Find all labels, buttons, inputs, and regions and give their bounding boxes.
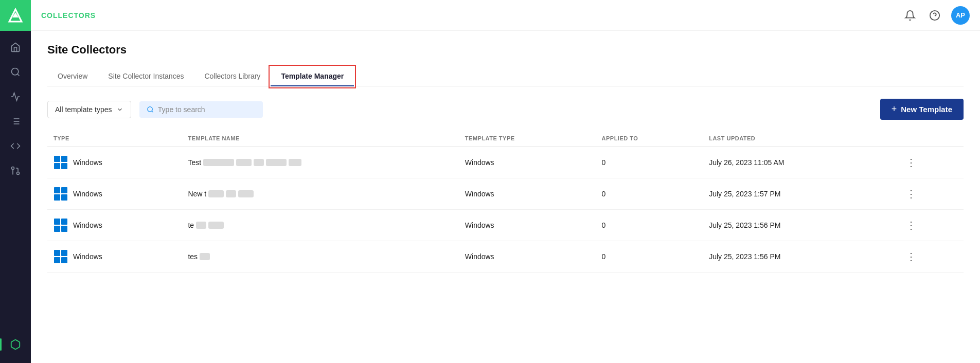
type-label: Windows [73,221,102,229]
notification-icon[interactable] [902,7,918,24]
table-row: WindowsteWindows0July 25, 2023 1:56 PM⋮ [47,210,964,241]
tab-collectors-library[interactable]: Collectors Library [194,67,271,86]
page-content: Site Collectors Overview Site Collector … [31,31,980,363]
cell-type: Windows [47,147,182,178]
tab-overview[interactable]: Overview [47,67,98,86]
cell-last-updated: July 25, 2023 1:57 PM [703,178,896,210]
cell-applied-to: 0 [596,241,703,273]
svg-rect-18 [61,156,67,162]
cell-applied-to: 0 [596,178,703,210]
svg-point-2 [12,68,19,75]
nav-activity-icon[interactable] [5,86,26,107]
cell-template-name: Test [182,147,458,178]
svg-rect-21 [54,187,60,193]
search-icon [147,105,154,114]
header-icons: AP [902,6,970,25]
more-actions-button[interactable]: ⋮ [902,248,920,265]
nav-branch-icon[interactable] [5,160,26,181]
col-last-updated: LAST UPDATED [703,130,896,147]
svg-rect-25 [54,219,60,225]
navigation-bar [0,0,31,363]
cell-more-actions: ⋮ [896,147,964,178]
cell-more-actions: ⋮ [896,241,964,273]
svg-rect-22 [61,187,67,193]
top-header: COLLECTORS AP [31,0,980,31]
table-row: WindowsTestWindows0July 26, 2023 11:05 A… [47,147,964,178]
avatar[interactable]: AP [951,6,970,25]
svg-rect-27 [54,226,60,232]
new-template-label: New Template [901,105,952,114]
svg-rect-20 [61,163,67,169]
nav-bottom [5,332,26,363]
new-template-button[interactable]: + New Template [880,99,964,120]
cell-type: Windows [47,241,182,273]
svg-line-3 [17,74,20,76]
svg-point-15 [147,106,152,112]
cell-type: Windows [47,210,182,241]
cell-template-name: New t [182,178,458,210]
tabs-container: Overview Site Collector Instances Collec… [47,67,964,86]
nav-list-icon[interactable] [5,111,26,132]
cell-last-updated: July 26, 2023 11:05 AM [703,147,896,178]
col-template-name: TEMPLATE NAME [182,130,458,147]
filter-dropdown[interactable]: All template types [47,101,131,118]
templates-table: TYPE TEMPLATE NAME TEMPLATE TYPE APPLIED… [47,130,964,273]
plus-icon: + [892,104,897,115]
svg-line-16 [151,111,153,112]
more-actions-button[interactable]: ⋮ [902,217,920,233]
cell-template-name: tes [182,241,458,273]
table-row: WindowsNew tWindows0July 25, 2023 1:57 P… [47,178,964,210]
svg-rect-30 [61,250,67,256]
svg-point-11 [12,167,14,170]
cell-template-name: te [182,210,458,241]
svg-rect-24 [61,194,67,201]
cell-more-actions: ⋮ [896,178,964,210]
help-icon[interactable] [926,7,943,24]
cell-type: Windows [47,178,182,210]
cell-more-actions: ⋮ [896,210,964,241]
page-title: Site Collectors [47,43,964,57]
filter-label: All template types [55,105,112,114]
col-applied-to: APPLIED TO [596,130,703,147]
tab-template-manager[interactable]: Template Manager [271,67,354,86]
cell-applied-to: 0 [596,210,703,241]
type-label: Windows [73,190,102,198]
nav-code-icon[interactable] [5,136,26,156]
app-logo[interactable] [0,0,31,31]
cell-last-updated: July 25, 2023 1:56 PM [703,241,896,273]
cell-template-type: Windows [459,178,596,210]
col-template-type: TEMPLATE TYPE [459,130,596,147]
svg-rect-23 [54,194,60,201]
chevron-down-icon [116,106,123,113]
svg-rect-32 [61,257,67,263]
svg-rect-29 [54,250,60,256]
nav-home-icon[interactable] [5,37,26,58]
search-box [139,101,263,118]
cell-template-type: Windows [459,147,596,178]
table-row: WindowstesWindows0July 25, 2023 1:56 PM⋮ [47,241,964,273]
more-actions-button[interactable]: ⋮ [902,154,920,171]
toolbar: All template types + New Template [47,99,964,120]
app-name: COLLECTORS [41,11,96,20]
type-label: Windows [73,252,102,261]
svg-rect-28 [61,226,67,232]
svg-point-10 [17,172,20,175]
nav-search-icon[interactable] [5,62,26,82]
cell-last-updated: July 25, 2023 1:56 PM [703,210,896,241]
type-label: Windows [73,158,102,167]
nav-package-icon[interactable] [5,334,26,355]
main-content: COLLECTORS AP Site Collectors Overview S… [31,0,980,363]
cell-template-type: Windows [459,241,596,273]
more-actions-button[interactable]: ⋮ [902,186,920,202]
cell-template-type: Windows [459,210,596,241]
col-type: TYPE [47,130,182,147]
tab-site-collector-instances[interactable]: Site Collector Instances [98,67,194,86]
search-input[interactable] [158,105,256,114]
svg-rect-31 [54,257,60,263]
cell-applied-to: 0 [596,147,703,178]
svg-rect-17 [54,156,60,162]
svg-rect-26 [61,219,67,225]
svg-rect-19 [54,163,60,169]
